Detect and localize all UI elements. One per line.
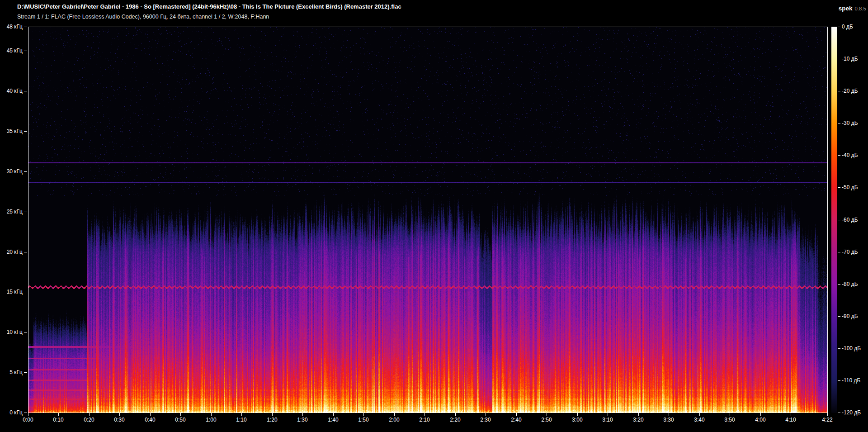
freq-tick: [24, 413, 27, 413]
freq-tick: [24, 332, 27, 332]
db-tick-label: 0 дБ: [842, 24, 853, 30]
time-tick: [150, 413, 151, 416]
time-tick-label: 1:10: [231, 417, 251, 423]
time-tick-label: 2:40: [506, 417, 526, 423]
time-tick: [699, 413, 700, 416]
freq-tick: [24, 171, 27, 172]
db-tick: [838, 413, 840, 413]
app-brand: spek0.8.5: [839, 4, 866, 12]
db-tick: [838, 220, 840, 220]
time-tick: [180, 413, 181, 416]
app-version: 0.8.5: [854, 6, 866, 11]
spek-window: { "window": { "title": "D:\\MUSIC\\Peter…: [0, 0, 868, 432]
app-name: spek: [839, 5, 853, 12]
freq-tick: [24, 51, 27, 51]
time-tick-label: 3:30: [659, 417, 679, 423]
freq-tick-label: 10 кГц: [0, 329, 23, 335]
freq-tick: [24, 252, 27, 252]
time-tick-label: 4:10: [781, 417, 801, 423]
time-tick: [394, 413, 395, 416]
db-tick: [838, 284, 840, 285]
time-tick-label: 0:40: [140, 417, 160, 423]
freq-tick-label: 30 кГц: [0, 168, 23, 175]
time-tick: [638, 413, 639, 416]
time-tick: [28, 413, 28, 416]
spectrogram-canvas: [28, 27, 827, 413]
time-tick: [363, 413, 364, 416]
time-tick-label: 3:40: [689, 417, 709, 423]
time-tick-label: 3:50: [720, 417, 740, 423]
db-tick-label: -120 дБ: [842, 409, 861, 416]
db-tick-label: -10 дБ: [842, 56, 858, 62]
stream-info: Stream 1 / 1: FLAC (Free Lossless Audio …: [17, 14, 269, 20]
time-tick-label: 2:30: [476, 417, 495, 423]
db-tick: [838, 348, 840, 349]
time-tick-label: 1:00: [201, 417, 221, 423]
db-tick: [838, 59, 840, 59]
db-tick: [838, 155, 840, 156]
freq-tick-label: 25 кГц: [0, 209, 23, 215]
db-tick-label: -110 дБ: [842, 377, 860, 384]
time-tick-label: 1:50: [354, 417, 373, 423]
time-tick: [211, 413, 212, 416]
time-tick-label: 2:10: [415, 417, 434, 423]
db-tick-label: -40 дБ: [842, 152, 858, 158]
freq-tick-label: 40 кГц: [0, 88, 23, 94]
freq-tick-label: 15 кГц: [0, 289, 23, 295]
time-tick: [333, 413, 334, 416]
time-tick-label: 4:22: [817, 417, 837, 423]
time-tick-label: 0:10: [48, 417, 68, 423]
time-tick-label: 3:10: [598, 417, 618, 423]
file-path-title: D:\MUSIC\Peter Gabriel\Peter Gabriel - 1…: [17, 3, 401, 10]
freq-tick-label: 48 кГц: [0, 24, 23, 30]
db-tick-label: -90 дБ: [842, 313, 858, 319]
db-tick-label: -30 дБ: [842, 120, 858, 126]
freq-tick: [24, 372, 27, 373]
time-tick: [58, 413, 59, 416]
time-tick: [827, 413, 828, 416]
time-tick: [577, 413, 578, 416]
db-tick-label: -100 дБ: [842, 345, 861, 351]
time-tick-label: 1:30: [292, 417, 312, 423]
time-tick-label: 1:20: [262, 417, 282, 423]
db-tick-label: -20 дБ: [842, 88, 858, 94]
time-tick: [730, 413, 730, 416]
db-tick: [838, 380, 840, 381]
freq-tick: [24, 292, 27, 292]
freq-tick: [24, 91, 27, 91]
time-tick: [455, 413, 456, 416]
time-tick-label: 2:50: [537, 417, 557, 423]
db-legend-gradient: [831, 27, 837, 413]
time-tick: [547, 413, 547, 416]
db-tick: [838, 316, 840, 317]
db-tick: [838, 123, 840, 123]
time-tick-label: 0:20: [79, 417, 99, 423]
time-tick: [241, 413, 242, 416]
freq-tick-label: 35 кГц: [0, 128, 23, 134]
db-tick: [838, 91, 840, 91]
time-tick-label: 1:40: [323, 417, 343, 423]
time-tick: [425, 413, 425, 416]
time-tick: [89, 413, 90, 416]
time-tick: [516, 413, 517, 416]
freq-tick-label: 20 кГц: [0, 249, 23, 255]
time-tick-label: 2:20: [445, 417, 465, 423]
freq-tick-label: 0 кГц: [0, 409, 23, 416]
time-tick-label: 3:00: [567, 417, 587, 423]
db-tick: [838, 252, 840, 252]
time-tick-label: 0:30: [109, 417, 129, 423]
freq-tick: [24, 131, 27, 132]
time-tick: [669, 413, 669, 416]
time-tick: [272, 413, 273, 416]
time-tick: [486, 413, 486, 416]
time-tick: [608, 413, 608, 416]
freq-tick-label: 5 кГц: [0, 369, 23, 375]
time-tick-label: 2:00: [384, 417, 404, 423]
freq-tick-label: 45 кГц: [0, 47, 23, 54]
time-tick-label: 0:50: [170, 417, 190, 423]
freq-tick: [24, 212, 27, 212]
time-tick-label: 0:00: [18, 417, 38, 423]
time-tick-label: 3:20: [628, 417, 648, 423]
db-tick: [838, 27, 840, 27]
db-tick-label: -60 дБ: [842, 217, 858, 223]
